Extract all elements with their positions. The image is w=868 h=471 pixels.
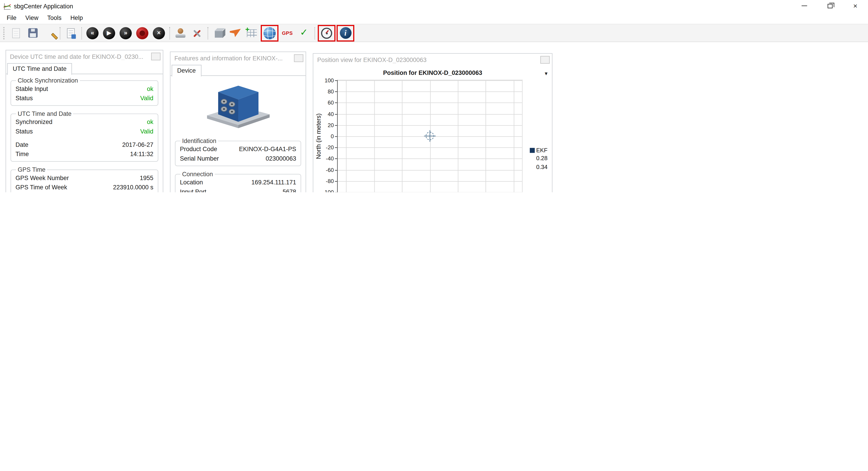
grid-line (338, 91, 522, 92)
toolbar-slot (172, 25, 189, 41)
clock-view-button[interactable] (318, 25, 335, 41)
3d-view-button[interactable] (210, 25, 227, 41)
new-document-icon (12, 28, 20, 38)
legend-value: 0.34 (530, 162, 548, 171)
save-button[interactable] (24, 25, 41, 41)
field-row: Location169.254.111.171 (180, 178, 296, 187)
toolbar-separator (208, 27, 208, 39)
tab-device[interactable]: Device (172, 65, 201, 76)
3d-view-icon (215, 31, 222, 37)
window-title: sbgCenter Application (14, 2, 73, 9)
workspace: Device UTC time and date for EKINOX-D_02… (0, 42, 868, 192)
play-icon: ▶ (103, 27, 115, 39)
panel-menu-button[interactable] (151, 53, 160, 60)
group-title: UTC Time and Date (16, 110, 73, 117)
toolbar-slot: × (151, 25, 167, 41)
toolbar-slot: « (84, 25, 101, 41)
skip-to-end-button[interactable]: » (117, 25, 134, 41)
grid-line (338, 181, 522, 181)
tab-bar: Device (170, 64, 306, 76)
menu-tools[interactable]: Tools (43, 13, 66, 23)
menu-help[interactable]: Help (66, 13, 88, 23)
status-view-icon: ✓ (300, 27, 308, 38)
field-label: Product Code (180, 145, 217, 154)
map-view-icon (264, 27, 276, 39)
field-row: Synchronizedok (16, 117, 154, 126)
gps-view-icon: GPS (282, 30, 293, 35)
highlight-box (261, 25, 278, 41)
menu-view[interactable]: View (21, 13, 43, 23)
record-button[interactable] (134, 25, 151, 41)
close-button[interactable]: × (842, 0, 868, 11)
settings-tools-button[interactable] (189, 25, 205, 41)
legend-item: EKF (530, 147, 548, 153)
skip-to-end-icon: » (120, 27, 132, 39)
stop-button[interactable]: × (151, 25, 167, 41)
group-clock-synchronization: Clock SynchronizationStable InputokStatu… (11, 77, 158, 106)
app-logo-icon (3, 1, 11, 10)
field-row: Date2017-06-27 (16, 140, 154, 149)
field-label: Location (180, 178, 203, 187)
play-button[interactable]: ▶ (101, 25, 117, 41)
field-label: GPS Time of Week (16, 182, 67, 192)
field-row: GPS Time of Week223910.0000 s (16, 182, 154, 192)
field-label: Synchronized (16, 117, 53, 126)
legend-values: 0.280.34 (530, 153, 548, 171)
y-tick-mark (335, 192, 337, 193)
field-value: 2017-06-27 (122, 140, 153, 149)
field-value: 169.254.111.171 (251, 178, 296, 187)
position-marker (426, 132, 434, 140)
information-view-button[interactable]: i (337, 25, 353, 41)
y-tick-mark (335, 80, 337, 81)
attitude-view-icon (230, 29, 241, 37)
attitude-view-button[interactable] (227, 25, 244, 41)
field-value: ok (147, 84, 153, 93)
map-view-button[interactable] (261, 25, 278, 41)
field-label: Serial Number (180, 154, 219, 163)
panel-menu-button[interactable] (540, 56, 550, 64)
new-document-button[interactable] (8, 25, 24, 41)
field-value: Valid (140, 126, 153, 136)
field-row: Product CodeEKINOX-D-G4A1-PS (180, 145, 296, 154)
skip-to-start-button[interactable]: « (84, 25, 101, 41)
panel-title: Position view for EKINOX-D_023000063 (317, 57, 427, 63)
field-label: Status (16, 126, 33, 136)
panel-features: Features and information for EKINOX-... … (170, 52, 306, 193)
window-controls: × (792, 0, 868, 11)
y-tick-mark (335, 136, 337, 137)
menu-file[interactable]: File (2, 13, 21, 23)
save-as-button[interactable] (41, 25, 57, 41)
legend-swatch-ekf (530, 147, 534, 152)
highlight-box: i (337, 25, 353, 41)
settings-tools-icon (191, 27, 203, 38)
toolbar-slot (8, 25, 24, 41)
export-log-button[interactable] (63, 25, 79, 41)
field-row: Input Port5678 (180, 187, 296, 192)
tab-utc-time-and-date[interactable]: UTC Time and Date (7, 63, 72, 75)
clock-view-icon (321, 27, 332, 38)
panel-menu-button[interactable] (294, 54, 303, 62)
device-configuration-button[interactable] (172, 25, 189, 41)
plots-view-button[interactable] (244, 25, 260, 41)
stop-icon: × (153, 27, 165, 39)
field-row: StatusValid (16, 93, 154, 102)
minimize-button[interactable] (792, 0, 817, 11)
toolbar-separator (169, 27, 170, 39)
group-gps-time: GPS TimeGPS Week Number1955GPS Time of W… (11, 166, 158, 193)
y-tick-label: 40 (328, 111, 334, 117)
device-image (170, 76, 306, 135)
group-title: Connection (180, 171, 215, 177)
title-bar: sbgCenter Application × (0, 0, 868, 11)
chart-options-dropdown[interactable]: ▾ (545, 70, 548, 77)
y-tick-label: -100 (323, 189, 334, 192)
plot-area: North (in meters) East (in meters) -150-… (337, 80, 523, 193)
group-title: GPS Time (16, 166, 47, 173)
panel-position-view: Position view for EKINOX-D_023000063 Pos… (313, 53, 552, 192)
field-value: 1955 (140, 173, 153, 182)
toolbar-slot (134, 25, 151, 41)
toolbar-separator (82, 27, 82, 39)
field-value: 14:11:32 (130, 149, 153, 158)
status-view-button[interactable]: ✓ (296, 25, 312, 41)
gps-view-button[interactable]: GPS (279, 25, 296, 41)
restore-button[interactable] (817, 0, 843, 11)
